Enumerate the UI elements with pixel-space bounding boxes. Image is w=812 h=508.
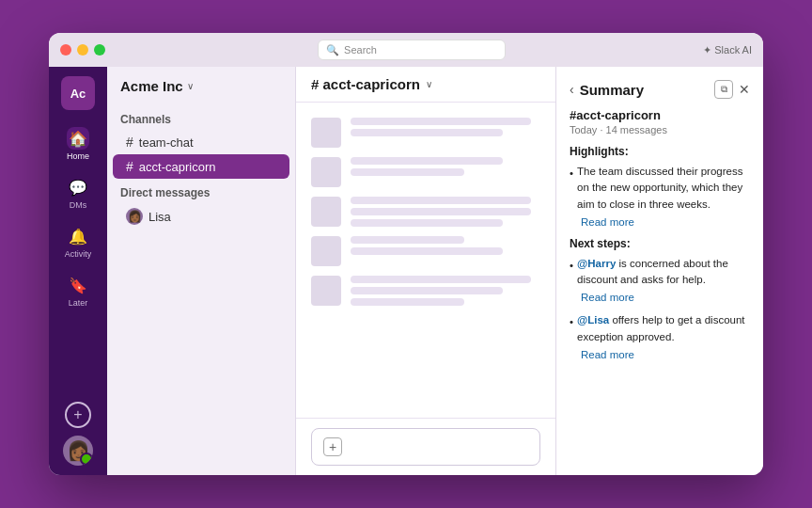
message-avatar — [311, 157, 341, 187]
app-window: 🔍 Search ✦ Slack AI Ac 🏠 Home 💬 DMs 🔔 Ac… — [49, 33, 763, 475]
summary-next-step-1-text: @Harry is concerned about the discount a… — [577, 256, 750, 289]
lisa-avatar: 👩🏾 — [126, 208, 143, 225]
message-line — [351, 236, 464, 244]
summary-next-steps-label: Next steps: — [570, 237, 750, 250]
dms-icon: 💬 — [67, 176, 89, 198]
slack-ai-label: ✦ Slack AI — [703, 44, 752, 56]
channel-hash-icon: # — [126, 135, 133, 150]
message-line — [351, 129, 503, 136]
message-content — [351, 157, 540, 187]
message-line — [351, 118, 531, 125]
message-line — [351, 287, 503, 294]
search-box[interactable]: 🔍 Search — [318, 40, 506, 60]
channel-item-acct-capricorn[interactable]: # acct-capricorn — [113, 154, 289, 179]
summary-meta: Today · 14 messages — [570, 124, 750, 135]
summary-next-step-1: • @Harry is concerned about the discount… — [570, 256, 750, 289]
chat-channel-name: # acct-capricorn — [311, 76, 420, 92]
chat-area: # acct-capricorn ∨ — [295, 67, 556, 475]
summary-channel-name: #acct-capricorn — [570, 108, 750, 122]
summary-next-step-2-text: @Lisa offers help to get a discount exce… — [577, 312, 750, 345]
add-workspace-button[interactable]: + — [65, 402, 91, 428]
table-row — [311, 118, 540, 148]
message-line — [351, 168, 464, 176]
summary-next-step-1-read-more[interactable]: Read more — [581, 292, 750, 303]
summary-next-step-2: • @Lisa offers help to get a discount ex… — [570, 312, 750, 345]
chat-header: # acct-capricorn ∨ — [296, 67, 555, 103]
workspace-chevron-icon: ∨ — [187, 81, 194, 91]
table-row — [311, 197, 540, 227]
channel-hash-icon-active: # — [126, 159, 133, 174]
chat-channel-chevron: ∨ — [426, 79, 432, 89]
channel-item-team-chat[interactable]: # team-chat — [113, 130, 289, 154]
sidebar-item-activity[interactable]: 🔔 Activity — [49, 219, 107, 264]
channel-name-acct-capricorn: acct-capricorn — [139, 160, 216, 174]
sidebar-bottom: + 👩🏾 — [63, 402, 93, 466]
home-icon: 🏠 — [67, 127, 89, 150]
channels-section-label: Channels — [107, 105, 295, 130]
app-sidebar: Ac 🏠 Home 💬 DMs 🔔 Activity 🔖 Later + — [49, 67, 107, 475]
message-content — [351, 276, 540, 306]
bullet-dot: • — [570, 314, 573, 345]
message-line — [351, 276, 531, 283]
summary-close-button[interactable]: ✕ — [739, 82, 750, 97]
dm-item-lisa[interactable]: 👩🏾 Lisa — [113, 203, 289, 230]
bullet-dot: • — [570, 166, 573, 213]
message-avatar — [311, 118, 341, 148]
summary-highlight-read-more[interactable]: Read more — [581, 216, 750, 228]
titlebar: 🔍 Search ✦ Slack AI — [49, 33, 763, 67]
summary-title: Summary — [580, 82, 709, 98]
message-avatar — [311, 236, 341, 266]
summary-highlight-text: The team discussed their progress on the… — [577, 164, 750, 213]
message-line — [351, 298, 464, 306]
summary-highlight-item: • The team discussed their progress on t… — [570, 164, 750, 213]
message-line — [351, 208, 531, 215]
message-content — [351, 236, 540, 266]
sidebar-home-label: Home — [67, 151, 89, 161]
sidebar-item-dms[interactable]: 💬 DMs — [49, 170, 107, 215]
summary-back-button[interactable]: ‹ — [570, 82, 574, 97]
main-layout: Ac 🏠 Home 💬 DMs 🔔 Activity 🔖 Later + — [49, 67, 763, 475]
table-row — [311, 276, 540, 306]
user-avatar-emoji: 👩🏾 — [67, 439, 90, 462]
message-content — [351, 118, 540, 148]
table-row — [311, 157, 540, 187]
sidebar-item-home[interactable]: 🏠 Home — [49, 121, 107, 167]
titlebar-search-area: 🔍 Search — [120, 40, 703, 60]
workspace-header[interactable]: Acme Inc ∨ — [107, 78, 295, 105]
lisa-name: Lisa — [148, 210, 171, 224]
message-content — [351, 197, 540, 227]
bullet-dot: • — [570, 258, 573, 289]
message-avatar — [311, 197, 341, 227]
table-row — [311, 236, 540, 266]
workspace-name: Acme Inc — [120, 78, 183, 94]
message-line — [351, 157, 503, 165]
summary-header: ‹ Summary ⧉ ✕ — [570, 80, 750, 99]
mention-harry: @Harry — [577, 258, 616, 269]
sidebar-item-later[interactable]: 🔖 Later — [49, 268, 107, 313]
user-avatar[interactable]: 👩🏾 — [63, 436, 93, 466]
close-window-button[interactable] — [60, 44, 71, 56]
chat-input-area: + — [296, 418, 555, 475]
search-placeholder: Search — [344, 44, 377, 56]
maximize-window-button[interactable] — [94, 44, 105, 56]
message-avatar — [311, 276, 341, 306]
summary-panel: ‹ Summary ⧉ ✕ #acct-capricorn Today · 14… — [556, 67, 763, 475]
mention-lisa: @Lisa — [577, 314, 609, 325]
minimize-window-button[interactable] — [77, 44, 88, 56]
summary-highlights-label: Highlights: — [570, 145, 750, 158]
message-line — [351, 219, 503, 227]
search-icon: 🔍 — [326, 44, 339, 56]
summary-copy-button[interactable]: ⧉ — [714, 80, 733, 99]
chat-attach-button[interactable]: + — [323, 437, 342, 456]
traffic-lights — [60, 44, 105, 56]
workspace-avatar[interactable]: Ac — [61, 76, 95, 110]
channel-name-team-chat: team-chat — [139, 135, 194, 150]
chat-messages — [296, 103, 555, 418]
activity-icon: 🔔 — [67, 225, 89, 247]
summary-next-step-2-read-more[interactable]: Read more — [581, 349, 750, 360]
message-line — [351, 247, 503, 255]
chat-input-box[interactable]: + — [311, 428, 540, 466]
sidebar-later-label: Later — [69, 298, 88, 308]
channel-sidebar: Acme Inc ∨ Channels # team-chat # acct-c… — [107, 67, 295, 475]
sidebar-dms-label: DMs — [70, 200, 87, 210]
